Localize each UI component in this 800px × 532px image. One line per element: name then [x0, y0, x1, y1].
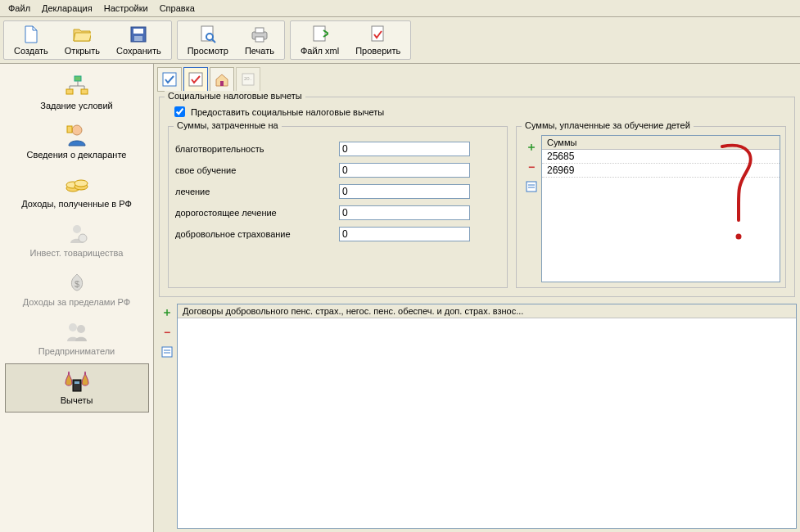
sidebar-income-foreign[interactable]: $ Доходы за пределами РФ — [5, 265, 149, 314]
insurance-label: добровольное страхование — [175, 229, 339, 239]
contracts-grid[interactable]: Договоры добровольного пенс. страх., нег… — [177, 304, 797, 529]
contracts-panel: ＋ − Договоры добровольного пенс. страх.,… — [157, 304, 797, 529]
grid-row[interactable]: 26969 — [542, 164, 780, 178]
tab-property-icon[interactable] — [210, 67, 234, 92]
grid-row[interactable]: 25685 — [542, 150, 780, 164]
sidebar-entrepreneurs[interactable]: Предприниматели — [5, 314, 149, 363]
svg-rect-36 — [527, 182, 536, 192]
save-icon — [129, 25, 148, 44]
svg-rect-33 — [220, 81, 224, 86]
svg-rect-13 — [81, 89, 88, 94]
sidebar-invest[interactable]: Инвест. товарищества — [5, 216, 149, 265]
menu-declaration[interactable]: Декларация — [37, 2, 97, 15]
svg-text:20..: 20.. — [244, 76, 252, 81]
menu-file[interactable]: Файл — [3, 2, 35, 15]
svg-rect-19 — [67, 126, 72, 133]
svg-rect-2 — [134, 36, 142, 41]
conditions-icon — [7, 73, 147, 99]
tab-social-icon[interactable] — [183, 67, 208, 92]
print-button[interactable]: Печать — [237, 23, 282, 57]
coins-icon — [7, 171, 147, 197]
svg-point-23 — [75, 180, 88, 187]
insurance-input[interactable] — [339, 227, 470, 241]
svg-rect-1 — [133, 29, 143, 34]
xml-file-icon — [310, 25, 330, 44]
invest-icon — [7, 220, 147, 246]
content-area: 20.. Социальные налоговые вычеты Предост… — [154, 64, 800, 532]
file-xml-button[interactable]: Файл xml — [292, 23, 347, 57]
sums-spent-group: Суммы, затраченные на благотворительност… — [168, 126, 508, 288]
svg-point-18 — [72, 125, 82, 135]
svg-rect-11 — [75, 76, 81, 81]
folder-open-icon — [72, 25, 92, 44]
svg-rect-40 — [162, 347, 172, 357]
svg-rect-12 — [66, 89, 73, 94]
sidebar-deductions[interactable]: Вычеты — [5, 363, 149, 413]
contracts-header: Договоры добровольного пенс. страх., нег… — [178, 304, 796, 318]
preview-button[interactable]: Просмотр — [179, 23, 237, 57]
save-button[interactable]: Сохранить — [108, 23, 169, 57]
charity-label: благотворительность — [175, 144, 339, 154]
svg-rect-9 — [314, 26, 325, 41]
people-icon — [7, 318, 147, 345]
create-button[interactable]: Создать — [6, 23, 56, 57]
svg-line-5 — [212, 39, 215, 43]
svg-rect-30 — [75, 381, 79, 384]
tab-standard-icon[interactable] — [157, 67, 182, 92]
toolbar: Создать Открыть Сохранить Просмотр Печ — [0, 17, 800, 64]
edit-row-button[interactable] — [524, 179, 539, 194]
sidebar: Задание условий Сведения о декларанте До… — [0, 64, 154, 532]
provide-social-label: Предоставить социальные налоговые вычеты — [191, 107, 384, 117]
sidebar-declarant[interactable]: Сведения о декларанте — [5, 118, 149, 167]
deduction-tabs: 20.. — [157, 67, 797, 92]
menubar: Файл Декларация Настройки Справка — [0, 0, 800, 17]
person-icon — [7, 122, 147, 148]
svg-rect-31 — [163, 73, 176, 86]
svg-point-28 — [77, 325, 85, 333]
svg-text:$: $ — [74, 279, 79, 289]
children-sums-grid[interactable]: Суммы 25685 26969 — [541, 135, 780, 282]
menu-help[interactable]: Справка — [155, 2, 200, 15]
money-bag-icon: $ — [7, 269, 147, 295]
svg-point-39 — [736, 234, 742, 240]
remove-contract-button[interactable]: − — [160, 325, 174, 340]
expensive-treatment-input[interactable] — [339, 205, 470, 220]
sidebar-conditions[interactable]: Задание условий — [5, 69, 149, 118]
education-input[interactable] — [339, 163, 470, 178]
charity-input[interactable] — [339, 142, 470, 156]
search-doc-icon — [198, 25, 218, 44]
provide-social-checkbox[interactable] — [174, 106, 185, 117]
tab-other-icon[interactable]: 20.. — [236, 67, 260, 92]
check-button[interactable]: Проверить — [347, 23, 409, 57]
social-group-title: Социальные налоговые вычеты — [165, 91, 305, 101]
svg-rect-32 — [189, 73, 202, 86]
open-button[interactable]: Открыть — [56, 23, 108, 57]
treatment-label: лечение — [175, 187, 339, 196]
new-file-icon — [21, 25, 41, 44]
svg-rect-7 — [255, 28, 264, 33]
education-label: свое обучение — [175, 165, 339, 175]
sidebar-income-rf[interactable]: Доходы, полученные в РФ — [5, 167, 149, 216]
edit-contract-button[interactable] — [160, 345, 174, 359]
svg-point-25 — [79, 234, 87, 242]
printer-icon — [250, 25, 269, 44]
check-doc-icon — [368, 25, 388, 44]
svg-point-27 — [69, 323, 77, 331]
svg-rect-8 — [255, 37, 264, 42]
treatment-input[interactable] — [339, 184, 470, 199]
remove-row-button[interactable]: − — [524, 160, 539, 174]
menu-settings[interactable]: Настройки — [99, 2, 153, 15]
svg-point-24 — [73, 225, 81, 233]
expensive-treatment-label: дорогостоящее лечение — [175, 208, 339, 218]
children-education-group: Суммы, уплаченные за обучение детей ＋ − … — [516, 126, 786, 288]
grid-header-sums: Суммы — [542, 136, 780, 150]
social-deductions-group: Социальные налоговые вычеты Предоставить… — [159, 97, 795, 297]
deductions-icon — [7, 367, 147, 394]
svg-rect-10 — [372, 26, 383, 41]
add-contract-button[interactable]: ＋ — [160, 305, 174, 320]
add-row-button[interactable]: ＋ — [524, 140, 539, 155]
